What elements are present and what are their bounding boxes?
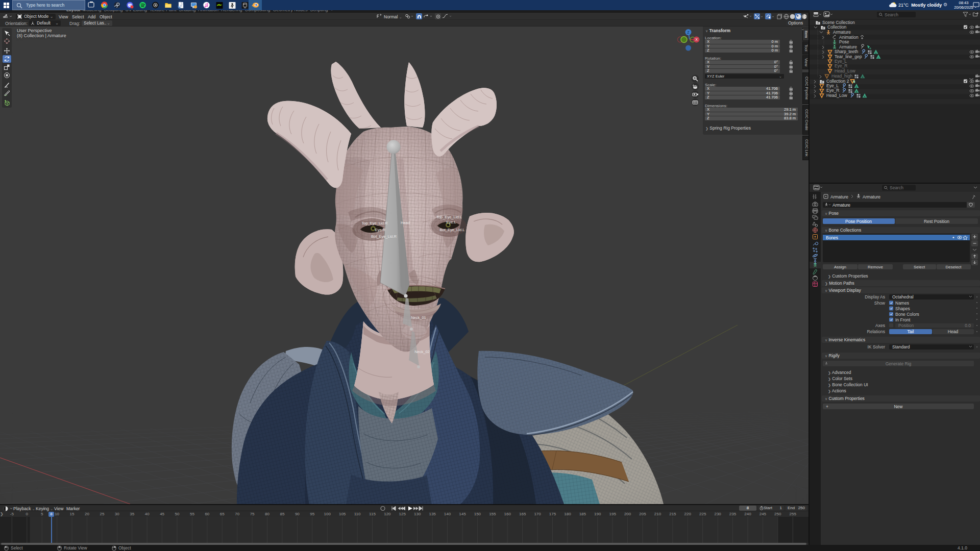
svg-text:EPIC: EPIC: [243, 4, 247, 6]
svg-text:∨ Rigify: ∨ Rigify: [825, 353, 840, 358]
svg-text:Show: Show: [874, 300, 886, 306]
svg-text:Bones: Bones: [826, 235, 838, 240]
svg-text:∨ Custom Properties: ∨ Custom Properties: [825, 396, 865, 401]
svg-text:❯ Bone Collection UI: ❯ Bone Collection UI: [828, 382, 868, 387]
svg-text:Scene Collection: Scene Collection: [822, 20, 855, 25]
svg-text:❯ Advanced: ❯ Advanced: [828, 370, 851, 375]
svg-text:X: X: [695, 38, 698, 41]
svg-text:Position: Position: [898, 323, 914, 328]
svg-text:∨ Bone Collections: ∨ Bone Collections: [825, 228, 861, 233]
svg-text:Armature: Armature: [832, 203, 850, 208]
svg-text:Standard: Standard: [892, 344, 910, 349]
svg-text:❯ Motion Paths: ❯ Motion Paths: [825, 281, 854, 286]
svg-text:❯ Custom Properties: ❯ Custom Properties: [828, 273, 868, 279]
svg-text:Head_Low: Head_Low: [835, 68, 856, 73]
svg-text:Display As: Display As: [865, 294, 885, 299]
svg-text:Armature: Armature: [863, 194, 880, 199]
svg-text:Head: Head: [948, 329, 959, 334]
svg-text:New: New: [894, 404, 903, 409]
svg-text:0.0: 0.0: [965, 323, 971, 328]
svg-text:Deselect: Deselect: [945, 265, 962, 269]
svg-text:Shapes: Shapes: [895, 306, 910, 311]
svg-text:Head_Low: Head_Low: [826, 93, 848, 98]
svg-text:Generate Rig: Generate Rig: [886, 361, 912, 366]
svg-text:In Front: In Front: [895, 317, 911, 322]
svg-text:Armature: Armature: [833, 30, 851, 35]
svg-text:∨ Pose: ∨ Pose: [825, 211, 839, 216]
svg-text:Search: Search: [885, 12, 898, 17]
svg-text:Assign: Assign: [834, 265, 846, 269]
svg-text:Relations: Relations: [867, 329, 885, 334]
svg-text:∨ Viewport Display: ∨ Viewport Display: [825, 288, 861, 293]
svg-text:Tail: Tail: [908, 329, 914, 334]
svg-text:❯ Color Sets: ❯ Color Sets: [828, 376, 852, 381]
svg-text:Bone Colors: Bone Colors: [895, 312, 919, 317]
svg-text:∨ Inverse Kinematics: ∨ Inverse Kinematics: [825, 337, 865, 342]
svg-text:Octahedral: Octahedral: [892, 294, 914, 299]
svg-text:Head_high: Head_high: [831, 73, 852, 79]
svg-text:Collection: Collection: [827, 24, 847, 30]
svg-text:Pose: Pose: [839, 39, 849, 44]
svg-text:+: +: [826, 404, 828, 409]
svg-text:❯ Actions: ❯ Actions: [828, 388, 846, 393]
svg-text:Animation: Animation: [839, 35, 859, 40]
svg-text:Z: Z: [687, 31, 690, 34]
svg-text:Axes: Axes: [875, 323, 885, 328]
svg-text:Names: Names: [895, 300, 909, 306]
svg-text:Remove: Remove: [868, 265, 883, 269]
svg-text:Pose Position: Pose Position: [845, 219, 872, 224]
svg-text:Select: Select: [914, 265, 925, 269]
svg-text:IK Solver: IK Solver: [868, 344, 886, 349]
svg-text:Armature: Armature: [830, 194, 848, 199]
svg-text:Search: Search: [890, 185, 903, 190]
svg-text:Rest Position: Rest Position: [924, 219, 949, 224]
